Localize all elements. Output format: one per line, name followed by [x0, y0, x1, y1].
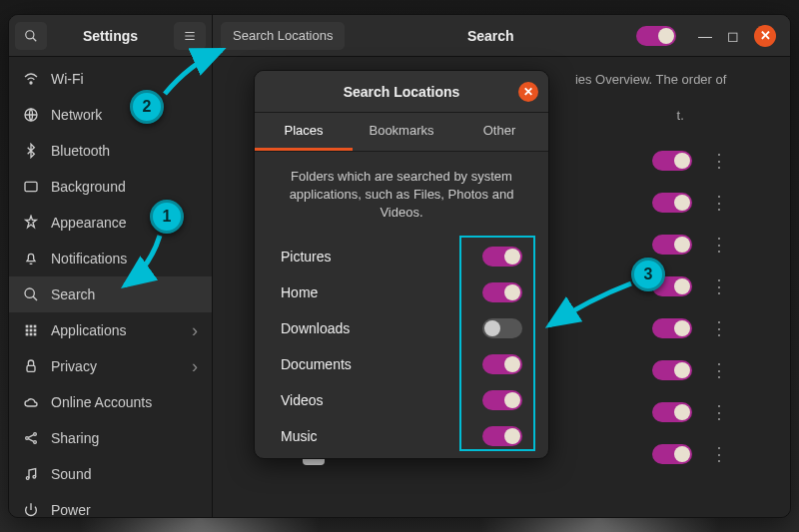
sidebar-item-label: Bluetooth — [51, 143, 110, 159]
app-toggle[interactable] — [652, 444, 692, 464]
svg-rect-16 — [26, 333, 29, 336]
svg-point-22 — [34, 441, 37, 444]
sidebar-header: Settings — [9, 15, 212, 57]
svg-rect-11 — [30, 325, 33, 328]
sidebar-item-search[interactable]: Search — [9, 276, 212, 312]
annotation-callout-3: 3 — [631, 258, 665, 291]
dialog-header: Search Locations ✕ — [255, 71, 548, 113]
applications-icon — [23, 322, 39, 338]
sound-icon — [23, 466, 39, 482]
dialog-tabs: Places Bookmarks Other — [255, 113, 548, 152]
more-icon[interactable]: ⋮ — [704, 317, 734, 339]
more-icon[interactable]: ⋮ — [704, 275, 734, 297]
folder-toggle[interactable] — [482, 426, 522, 446]
bluetooth-icon — [23, 143, 39, 159]
page-title: Search — [353, 28, 628, 44]
more-icon[interactable]: ⋮ — [704, 443, 734, 465]
svg-rect-17 — [30, 333, 33, 336]
sidebar-item-privacy[interactable]: Privacy › — [9, 348, 212, 384]
more-icon[interactable]: ⋮ — [704, 150, 734, 172]
folder-row-pictures: Pictures — [277, 239, 526, 274]
maximize-button[interactable]: ◻ — [726, 29, 740, 43]
main-header: Search Locations Search — ◻ ✕ — [213, 15, 790, 57]
dialog-body: Folders which are searched by system app… — [255, 152, 548, 458]
sidebar-item-sharing[interactable]: Sharing — [9, 420, 212, 456]
folder-toggle[interactable] — [482, 282, 522, 302]
svg-point-23 — [26, 477, 29, 480]
svg-rect-19 — [27, 365, 35, 371]
svg-point-0 — [26, 30, 34, 38]
folder-label: Pictures — [281, 249, 332, 265]
search-icon — [23, 286, 39, 302]
sidebar-item-label: Privacy — [51, 358, 97, 374]
search-master-toggle[interactable] — [636, 26, 676, 46]
appearance-icon — [23, 215, 39, 231]
svg-rect-14 — [30, 329, 33, 332]
app-toggle[interactable] — [652, 360, 692, 380]
window-controls: — ◻ ✕ — [698, 25, 776, 47]
app-toggle[interactable] — [652, 151, 692, 171]
tab-other[interactable]: Other — [450, 113, 548, 151]
sidebar-item-sound[interactable]: Sound — [9, 456, 212, 492]
close-button[interactable]: ✕ — [754, 25, 776, 47]
sidebar-item-label: Wi-Fi — [51, 71, 84, 87]
folder-row-downloads: Downloads — [277, 310, 526, 346]
tab-places[interactable]: Places — [255, 113, 353, 151]
folder-toggle[interactable] — [482, 390, 522, 410]
sidebar-item-wifi[interactable]: Wi-Fi — [9, 61, 212, 97]
more-icon[interactable]: ⋮ — [704, 401, 734, 423]
more-icon[interactable]: ⋮ — [704, 192, 734, 214]
privacy-icon — [23, 358, 39, 374]
sidebar-item-online-accounts[interactable]: Online Accounts — [9, 384, 212, 420]
sidebar-item-label: Applications — [51, 322, 127, 338]
folder-row-documents: Documents — [277, 346, 526, 382]
folder-toggle[interactable] — [482, 354, 522, 374]
sidebar-item-notifications[interactable]: Notifications — [9, 241, 212, 276]
folder-label: Documents — [281, 356, 352, 372]
folder-label: Downloads — [281, 320, 350, 336]
cloud-icon — [23, 394, 39, 410]
background-icon — [23, 179, 39, 195]
dialog-close-button[interactable]: ✕ — [518, 82, 538, 102]
dialog-title: Search Locations — [285, 84, 518, 100]
folder-label: Music — [281, 428, 318, 444]
sidebar-item-label: Notifications — [51, 251, 127, 266]
svg-rect-15 — [34, 329, 37, 332]
more-icon[interactable]: ⋮ — [704, 234, 734, 256]
folder-label: Videos — [281, 392, 324, 408]
sidebar-item-network[interactable]: Network — [9, 97, 212, 133]
sidebar-item-label: Online Accounts — [51, 394, 152, 410]
more-icon[interactable]: ⋮ — [704, 359, 734, 381]
minimize-button[interactable]: — — [698, 29, 712, 43]
folder-row-videos: Videos — [277, 382, 526, 418]
hamburger-menu-button[interactable] — [174, 22, 206, 50]
svg-rect-7 — [25, 182, 37, 191]
svg-point-8 — [25, 288, 34, 297]
tab-bookmarks[interactable]: Bookmarks — [353, 113, 450, 151]
sidebar: Settings Wi-Fi Network Bluetooth Backgro… — [9, 15, 213, 517]
svg-point-20 — [26, 437, 29, 440]
folder-toggle[interactable] — [482, 247, 522, 266]
sidebar-item-label: Search — [51, 286, 95, 302]
sidebar-item-bluetooth[interactable]: Bluetooth — [9, 133, 212, 169]
chevron-right-icon: › — [192, 356, 198, 377]
app-toggle[interactable] — [652, 235, 692, 255]
sidebar-item-applications[interactable]: Applications › — [9, 312, 212, 348]
svg-line-9 — [33, 296, 37, 300]
search-locations-label: Search Locations — [233, 28, 333, 43]
search-locations-button[interactable]: Search Locations — [221, 22, 345, 50]
search-button[interactable] — [15, 22, 47, 50]
sidebar-item-label: Appearance — [51, 215, 127, 231]
search-locations-dialog: Search Locations ✕ Places Bookmarks Othe… — [254, 70, 549, 459]
folder-toggle[interactable] — [482, 318, 522, 338]
svg-point-5 — [30, 82, 32, 84]
app-toggle[interactable] — [652, 318, 692, 338]
sidebar-item-background[interactable]: Background — [9, 169, 212, 205]
sidebar-item-power[interactable]: Power — [9, 492, 212, 517]
svg-rect-12 — [34, 325, 37, 328]
sidebar-item-label: Sound — [51, 466, 91, 482]
app-toggle[interactable] — [652, 193, 692, 213]
svg-rect-13 — [26, 329, 29, 332]
notifications-icon — [23, 251, 39, 266]
app-toggle[interactable] — [652, 402, 692, 422]
